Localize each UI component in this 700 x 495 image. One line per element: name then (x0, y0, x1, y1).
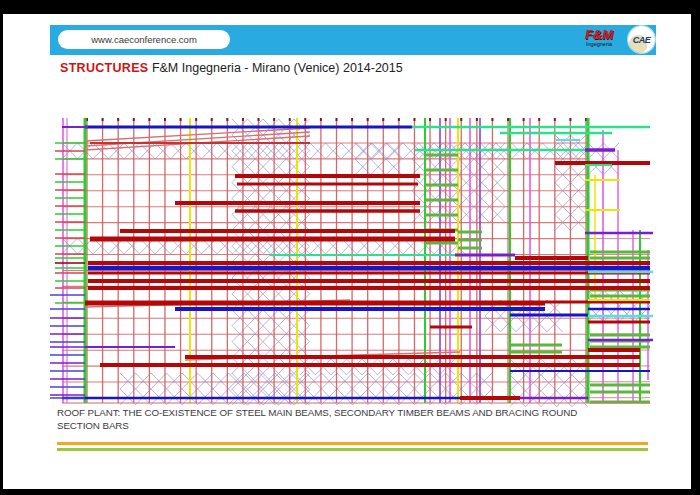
footer-stripe-green (57, 448, 648, 451)
footer-stripe-orange (57, 442, 648, 445)
title-rest: F&M Ingegneria - Mirano (Venice) 2014-20… (148, 61, 402, 75)
slide-stage: www.caeconference.com F&M Ingegneria CAE… (0, 0, 700, 495)
caption: ROOF PLANT: THE CO-EXISTENCE OF STEEL MA… (57, 406, 661, 432)
title-emphasis: STRUCTURES (60, 61, 148, 75)
header-bar: www.caeconference.com F&M Ingegneria CAE (50, 25, 656, 55)
url-pill: www.caeconference.com (58, 30, 230, 49)
cae-logo-text: CAE (633, 35, 651, 45)
cae-logo: CAE (628, 26, 655, 53)
slide-title: STRUCTURES F&M Ingegneria - Mirano (Veni… (60, 61, 403, 75)
caption-line-1: ROOF PLANT: THE CO-EXISTENCE OF STEEL MA… (57, 406, 661, 419)
fm-logo-text: F&M (576, 28, 622, 41)
fm-ingegneria-logo: F&M Ingegneria (576, 28, 622, 52)
fm-logo-subtext: Ingegneria (576, 42, 622, 48)
conference-url: www.caeconference.com (91, 34, 197, 45)
caption-line-2: SECTION BARS (57, 419, 661, 432)
